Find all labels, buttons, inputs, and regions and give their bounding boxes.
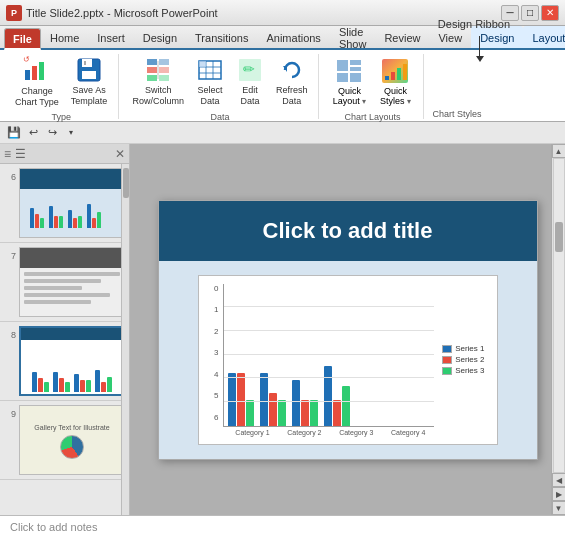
switch-row-col-button[interactable]: SwitchRow/Column bbox=[127, 54, 189, 110]
legend-color-s1 bbox=[442, 345, 452, 353]
notes-bar[interactable]: Click to add notes bbox=[0, 515, 565, 537]
bar-s3c1[interactable] bbox=[246, 400, 254, 426]
quick-layout-icon bbox=[335, 58, 363, 86]
tab-slideshow[interactable]: Slide Show bbox=[330, 26, 376, 48]
qat-save[interactable]: 💾 bbox=[6, 125, 22, 141]
tab-animations[interactable]: Animations bbox=[257, 26, 329, 48]
change-chart-type-label: ChangeChart Type bbox=[15, 86, 59, 108]
tab-file[interactable]: File bbox=[4, 28, 41, 50]
legend-label-s1: Series 1 bbox=[455, 344, 484, 353]
panel-view-icons: ≡ ☰ bbox=[4, 147, 26, 161]
outline-icon[interactable]: ☰ bbox=[15, 147, 26, 161]
qat-dropdown[interactable]: ▾ bbox=[63, 125, 79, 141]
scroll-down-button[interactable]: ▼ bbox=[552, 501, 566, 515]
data-group-buttons: SwitchRow/Column SelectData bbox=[127, 54, 312, 110]
tab-design[interactable]: Design bbox=[134, 26, 186, 48]
bar-s2c4[interactable] bbox=[333, 400, 341, 426]
panel-close-button[interactable]: ✕ bbox=[115, 147, 125, 161]
ribbon-group-type: ↺ ChangeChart Type Save AsTemplate Type bbox=[4, 54, 119, 119]
tab-review[interactable]: Review bbox=[375, 26, 429, 48]
save-as-template-button[interactable]: Save AsTemplate bbox=[66, 54, 113, 110]
bar-s1c2[interactable] bbox=[260, 373, 268, 426]
close-button[interactable]: ✕ bbox=[541, 5, 559, 21]
bar-s3c4[interactable] bbox=[342, 386, 350, 426]
chart-plot bbox=[223, 284, 435, 427]
quick-access-toolbar: 💾 ↩ ↪ ▾ bbox=[0, 122, 565, 144]
powerpoint-icon: P bbox=[6, 5, 22, 21]
edit-data-button[interactable]: ✏ EditData bbox=[231, 54, 269, 110]
bar-s3c3[interactable] bbox=[310, 400, 318, 426]
select-data-button[interactable]: SelectData bbox=[191, 54, 229, 110]
tab-home[interactable]: Home bbox=[41, 26, 88, 48]
change-chart-type-button[interactable]: ↺ ChangeChart Type bbox=[10, 54, 64, 110]
ribbon-group-chart-styles: Chart Styles bbox=[426, 54, 487, 119]
slide-preview-8[interactable] bbox=[19, 326, 125, 396]
svg-rect-27 bbox=[337, 73, 348, 82]
slide-title-area[interactable]: Click to add title bbox=[159, 201, 537, 261]
scroll-next-button[interactable]: ▶ bbox=[552, 487, 566, 501]
chart-main: Category 1 Category 2 Category 3 Categor… bbox=[223, 284, 435, 436]
scroll-thumb-v[interactable] bbox=[555, 222, 563, 252]
bar-s2c2[interactable] bbox=[269, 393, 277, 426]
bar-s1c3[interactable] bbox=[292, 380, 300, 426]
slide-preview-7[interactable] bbox=[19, 247, 125, 317]
svg-text:↺: ↺ bbox=[23, 56, 30, 64]
svg-rect-24 bbox=[337, 60, 348, 71]
quick-layout-button[interactable]: QuickLayout ▾ bbox=[327, 54, 371, 110]
qat-redo[interactable]: ↪ bbox=[44, 125, 60, 141]
tab-chart-layout[interactable]: Layout bbox=[523, 26, 565, 48]
svg-rect-25 bbox=[350, 60, 361, 65]
gridline-4 bbox=[224, 330, 435, 331]
tab-transitions[interactable]: Transitions bbox=[186, 26, 257, 48]
type-group-buttons: ↺ ChangeChart Type Save AsTemplate bbox=[10, 54, 112, 110]
bar-s2c3[interactable] bbox=[301, 400, 309, 426]
gridline-3 bbox=[224, 354, 435, 355]
canvas-area: Click to add title 6 5 4 3 2 1 bbox=[130, 144, 565, 515]
svg-rect-8 bbox=[147, 59, 157, 65]
quick-styles-button[interactable]: QuickStyles ▾ bbox=[373, 54, 417, 110]
svg-rect-0 bbox=[25, 70, 30, 80]
slide-preview-6[interactable] bbox=[19, 168, 125, 238]
svg-rect-5 bbox=[82, 59, 92, 67]
tab-insert[interactable]: Insert bbox=[88, 26, 134, 48]
title-bar-left: P Title Slide2.pptx - Microsoft PowerPoi… bbox=[6, 5, 218, 21]
slide-thumb-8[interactable]: 8 bbox=[0, 322, 129, 401]
svg-rect-10 bbox=[147, 75, 157, 81]
bar-s1c4[interactable] bbox=[324, 366, 332, 426]
refresh-icon bbox=[278, 57, 306, 83]
scroll-up-button[interactable]: ▲ bbox=[552, 144, 566, 158]
slides-icon[interactable]: ≡ bbox=[4, 147, 11, 161]
chart-inner: 6 5 4 3 2 1 0 bbox=[207, 284, 489, 436]
chart-group-3 bbox=[292, 380, 318, 426]
switch-icon bbox=[144, 57, 172, 83]
svg-rect-7 bbox=[84, 61, 86, 65]
slide-thumb-9[interactable]: 9 Gallery Text for Illustrate bbox=[0, 401, 129, 480]
vertical-scrollbar[interactable]: ▲ ◀ ▶ ▼ bbox=[551, 144, 565, 515]
bar-s3c2[interactable] bbox=[278, 400, 286, 426]
main-area: ≡ ☰ ✕ 6 bbox=[0, 144, 565, 515]
slide-thumb-7[interactable]: 7 bbox=[0, 243, 129, 322]
refresh-data-button[interactable]: RefreshData bbox=[271, 54, 313, 110]
slide-thumb-6[interactable]: 6 bbox=[0, 164, 129, 243]
slide-body[interactable]: 6 5 4 3 2 1 0 bbox=[159, 261, 537, 459]
bar-s2c1[interactable] bbox=[237, 373, 245, 426]
scroll-track-v[interactable] bbox=[553, 158, 565, 473]
legend-series2: Series 2 bbox=[442, 355, 484, 364]
bar-s1c1[interactable] bbox=[228, 373, 236, 426]
svg-rect-32 bbox=[397, 68, 401, 80]
scroll-prev-button[interactable]: ◀ bbox=[552, 473, 566, 487]
slide-canvas[interactable]: Click to add title 6 5 4 3 2 1 bbox=[158, 200, 538, 460]
data-group-label: Data bbox=[210, 112, 229, 122]
annotation-arrow-line bbox=[479, 36, 480, 58]
chart-container[interactable]: 6 5 4 3 2 1 0 bbox=[198, 275, 498, 445]
slide-num-8: 8 bbox=[4, 330, 16, 340]
slide-preview-9[interactable]: Gallery Text for Illustrate bbox=[19, 405, 125, 475]
chart-y-axis: 6 5 4 3 2 1 0 bbox=[207, 284, 219, 436]
slide-num-6: 6 bbox=[4, 172, 16, 182]
maximize-button[interactable]: □ bbox=[521, 5, 539, 21]
qat-undo[interactable]: ↩ bbox=[25, 125, 41, 141]
slide-panel-scrollbar[interactable] bbox=[121, 164, 129, 515]
switch-label: SwitchRow/Column bbox=[132, 85, 184, 107]
notes-placeholder: Click to add notes bbox=[10, 521, 97, 533]
svg-text:✏: ✏ bbox=[243, 61, 255, 77]
